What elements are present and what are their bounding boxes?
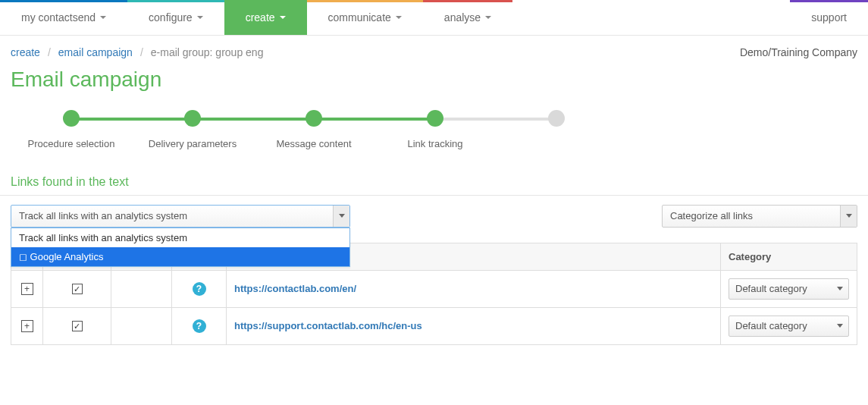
help-icon[interactable]: ?	[193, 319, 206, 333]
caret-down-icon	[197, 16, 203, 19]
chevron-down-icon	[832, 279, 848, 299]
analytics-select[interactable]: Track all links with an analytics system	[11, 205, 350, 228]
nav-analyse[interactable]: analyse	[423, 0, 512, 35]
caret-down-icon	[280, 16, 286, 19]
caret-down-icon	[100, 16, 106, 19]
table-row: + ? https://contactlab.com/en/ Default c…	[11, 270, 857, 307]
controls-row: Track all links with an analytics system…	[0, 205, 868, 228]
analytics-select-wrap: Track all links with an analytics system…	[11, 205, 350, 228]
breadcrumb-row: create / email campaign / e-mail group: …	[0, 36, 868, 66]
nav-spacer	[512, 0, 790, 35]
step-line	[435, 118, 556, 121]
top-nav: my contactsend configure create communic…	[0, 0, 868, 36]
breadcrumb-current: e-mail group: group eng	[151, 46, 264, 58]
notes-cell	[111, 270, 172, 307]
tracked-link[interactable]: https://support.contactlab.com/hc/en-us	[234, 320, 422, 331]
category-select[interactable]: Default category	[729, 278, 849, 300]
category-select[interactable]: Default category	[729, 316, 849, 337]
chevron-down-icon	[333, 206, 349, 227]
caret-down-icon	[485, 16, 491, 19]
nav-my-contactsend[interactable]: my contactsend	[0, 0, 127, 35]
tracked-link[interactable]: https://contactlab.com/en/	[234, 283, 356, 294]
step-label: Message content	[276, 137, 351, 151]
step-line	[193, 118, 314, 121]
step-dot-icon	[306, 110, 322, 127]
track-checkbox[interactable]	[72, 321, 83, 331]
step-message-content[interactable]: Message content	[253, 110, 374, 151]
step-dot-icon	[184, 110, 201, 127]
page-title: Email campaign	[0, 66, 868, 99]
stepper: Procedure selection Delivery parameters …	[0, 99, 868, 166]
breadcrumb-sep: /	[48, 46, 51, 58]
step-dot-icon	[427, 110, 443, 127]
nav-communicate[interactable]: communicate	[307, 0, 423, 35]
nav-label: my contactsend	[21, 11, 96, 24]
step-delivery-parameters[interactable]: Delivery parameters	[132, 110, 253, 151]
section-title: Links found in the text	[0, 166, 868, 196]
nav-label: analyse	[444, 11, 481, 24]
step-label: Procedure selection	[28, 137, 115, 151]
help-icon[interactable]: ?	[193, 282, 206, 296]
nav-configure[interactable]: configure	[127, 0, 224, 35]
nav-label: support	[811, 11, 847, 24]
breadcrumb: create / email campaign / e-mail group: …	[11, 46, 263, 58]
step-dot-icon	[548, 110, 565, 127]
expand-button[interactable]: +	[21, 283, 33, 295]
th-category: Category	[721, 243, 857, 270]
analytics-option-1[interactable]: ◻ Google Analytics	[11, 247, 349, 266]
step-pending	[496, 110, 617, 137]
step-label: Link tracking	[408, 137, 463, 151]
categorize-select[interactable]: Categorize all links	[662, 205, 857, 228]
categorize-select-value: Categorize all links	[670, 210, 753, 221]
analytics-option-0[interactable]: Track all links with an analytics system	[11, 228, 349, 247]
step-dot-icon	[63, 110, 80, 127]
analytics-select-value: Track all links with an analytics system	[19, 210, 187, 221]
breadcrumb-sep: /	[140, 46, 143, 58]
breadcrumb-create[interactable]: create	[11, 46, 40, 58]
step-procedure-selection[interactable]: Procedure selection	[11, 110, 132, 151]
nav-create[interactable]: create	[224, 0, 307, 35]
step-line	[314, 118, 435, 121]
chevron-down-icon	[832, 316, 848, 336]
category-select-value: Default category	[735, 320, 807, 331]
step-label: Delivery parameters	[149, 137, 237, 151]
track-checkbox[interactable]	[72, 284, 83, 294]
caret-down-icon	[396, 16, 402, 19]
breadcrumb-email-campaign[interactable]: email campaign	[58, 46, 133, 58]
step-link-tracking[interactable]: Link tracking	[374, 110, 496, 151]
step-line	[71, 118, 193, 121]
analytics-dropdown: Track all links with an analytics system…	[11, 228, 350, 267]
nav-label: create	[246, 11, 275, 24]
category-select-value: Default category	[735, 283, 807, 294]
chevron-down-icon	[840, 206, 857, 227]
expand-button[interactable]: +	[21, 320, 33, 332]
nav-label: configure	[149, 11, 193, 24]
notes-cell	[111, 307, 172, 344]
company-label: Demo/Training Company	[740, 46, 857, 58]
table-row: + ? https://support.contactlab.com/hc/en…	[11, 307, 857, 344]
nav-support[interactable]: support	[790, 0, 868, 35]
nav-label: communicate	[328, 11, 391, 24]
